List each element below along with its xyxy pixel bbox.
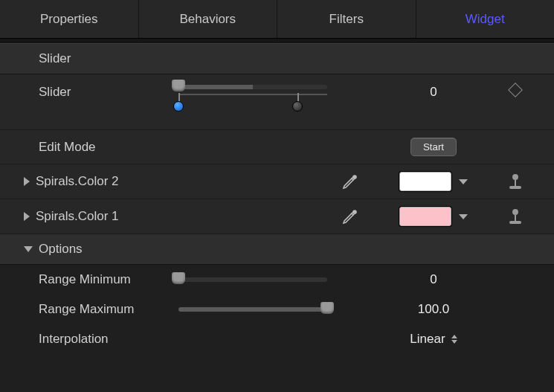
row-interpolation: Interpolation Linear [0, 324, 554, 354]
section-header-slider: Slider [0, 43, 554, 74]
edit-mode-label: Edit Mode [0, 140, 178, 155]
color-well-1[interactable] [399, 207, 451, 226]
disclosure-icon[interactable] [24, 246, 33, 252]
inspector-tabs: Properties Behaviors Filters Widget [0, 0, 554, 39]
slider-thumb[interactable] [172, 80, 185, 91]
tab-filters[interactable]: Filters [277, 0, 416, 38]
slider-param-block: Slider 0 [0, 74, 554, 130]
chevron-down-icon[interactable] [459, 179, 468, 184]
interpolation-value[interactable]: Linear [410, 332, 445, 347]
color-well-2[interactable] [399, 172, 451, 191]
section-title: Slider [39, 51, 71, 65]
slider-keypoint-end[interactable] [292, 101, 303, 112]
eyedropper-icon[interactable] [341, 173, 359, 190]
chevron-down-icon[interactable] [459, 214, 468, 219]
slider-label: Slider [0, 85, 178, 100]
spirals-color-2-label: Spirals.Color 2 [36, 174, 119, 189]
row-options-group[interactable]: Options [0, 234, 554, 265]
interpolation-label: Interpolation [0, 332, 178, 347]
row-edit-mode: Edit Mode Start [0, 130, 554, 164]
row-spirals-color-2: Spirals.Color 2 [0, 164, 554, 199]
slider-keypoint-start[interactable] [173, 101, 184, 112]
range-max-label: Range Maximum [0, 302, 178, 317]
svg-point-1 [353, 211, 356, 213]
svg-point-0 [353, 176, 356, 179]
rig-icon[interactable] [509, 209, 521, 224]
popup-arrows-icon[interactable] [451, 335, 457, 344]
keyframe-diamond-icon[interactable] [508, 83, 523, 97]
range-min-value[interactable]: 0 [374, 272, 493, 287]
slider-value[interactable]: 0 [374, 85, 493, 100]
disclosure-icon[interactable] [24, 212, 30, 221]
options-label: Options [39, 242, 83, 257]
rig-icon[interactable] [509, 174, 521, 189]
edit-mode-start-button[interactable]: Start [410, 138, 457, 156]
range-max-value[interactable]: 100.0 [374, 302, 493, 317]
range-min-label: Range Minimum [0, 272, 178, 287]
range-min-thumb[interactable] [172, 272, 185, 284]
tab-behaviors[interactable]: Behaviors [139, 0, 278, 38]
row-range-minimum: Range Minimum 0 [0, 265, 554, 295]
spirals-color-1-label: Spirals.Color 1 [36, 209, 119, 224]
slider-track[interactable] [178, 85, 327, 89]
eyedropper-icon[interactable] [341, 208, 359, 225]
tab-widget[interactable]: Widget [416, 0, 555, 38]
range-min-slider[interactable] [178, 277, 327, 282]
slider-range-track[interactable] [178, 94, 327, 116]
range-max-slider[interactable] [178, 307, 327, 312]
disclosure-icon[interactable] [24, 177, 30, 186]
tab-properties[interactable]: Properties [0, 0, 139, 38]
row-spirals-color-1: Spirals.Color 1 [0, 199, 554, 234]
row-range-maximum: Range Maximum 100.0 [0, 295, 554, 324]
range-max-thumb[interactable] [321, 302, 334, 314]
